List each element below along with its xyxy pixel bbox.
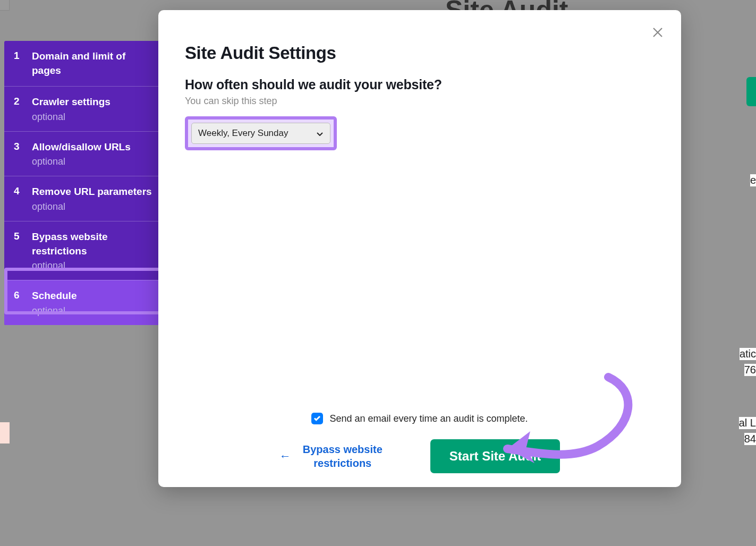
back-button[interactable]: ← Bypass website restrictions: [279, 442, 383, 470]
skip-hint: You can skip this step: [185, 96, 655, 107]
schedule-frequency-select[interactable]: Weekly, Every Sunday: [191, 123, 330, 144]
step-number: 1: [14, 49, 32, 62]
step-title: Domain and limit of pages: [32, 49, 152, 78]
step-optional-label: optional: [32, 305, 152, 317]
step-schedule[interactable]: 6 Schedule optional: [4, 280, 163, 325]
step-title: Allow/disallow URLs: [32, 140, 152, 155]
step-title: Schedule: [32, 289, 152, 303]
email-checkbox[interactable]: [311, 413, 323, 424]
check-icon: [313, 414, 321, 423]
step-title: Crawler settings: [32, 95, 152, 109]
schedule-question: How often should we audit your website?: [185, 77, 655, 92]
step-number: 5: [14, 230, 32, 242]
step-title: Remove URL parameters: [32, 185, 152, 199]
step-optional-label: optional: [32, 112, 152, 123]
step-optional-label: optional: [32, 156, 152, 167]
step-number: 6: [14, 289, 32, 301]
step-optional-label: optional: [32, 201, 152, 212]
email-checkbox-label: Send an email every time an audit is com…: [329, 413, 528, 424]
bg-text-fragment: 84: [744, 433, 756, 445]
back-button-label: Bypass website restrictions: [303, 442, 383, 470]
step-optional-label: optional: [32, 260, 152, 271]
step-title: Bypass website restrictions: [32, 230, 152, 258]
step-domain-limit[interactable]: 1 Domain and limit of pages: [4, 41, 163, 86]
step-allow-disallow[interactable]: 3 Allow/disallow URLs optional: [4, 131, 163, 176]
bg-green-button-stub: [746, 77, 756, 106]
step-number: 3: [14, 140, 32, 152]
modal-footer: Send an email every time an audit is com…: [158, 413, 681, 473]
close-button[interactable]: [648, 24, 667, 43]
modal-nav-row: ← Bypass website restrictions Start Site…: [185, 439, 655, 473]
step-number: 4: [14, 185, 32, 197]
step-remove-url-params[interactable]: 4 Remove URL parameters optional: [4, 176, 163, 221]
start-site-audit-button[interactable]: Start Site Audit: [430, 439, 560, 473]
close-icon: [652, 27, 664, 40]
bg-text-fragment: atic: [740, 348, 756, 360]
step-bypass-restrictions[interactable]: 5 Bypass website restrictions optional: [4, 221, 163, 280]
step-crawler-settings[interactable]: 2 Crawler settings optional: [4, 86, 163, 131]
bg-text-fragment: e: [750, 174, 756, 186]
bg-text-fragment: 76: [744, 364, 756, 376]
site-audit-settings-modal: Site Audit Settings How often should we …: [158, 10, 681, 487]
arrow-left-icon: ←: [279, 449, 291, 463]
modal-title: Site Audit Settings: [185, 43, 655, 63]
select-value: Weekly, Every Sunday: [198, 128, 288, 139]
annotation-highlight-select: Weekly, Every Sunday: [185, 116, 337, 150]
email-notification-row: Send an email every time an audit is com…: [185, 413, 655, 424]
wizard-steps-sidebar: 1 Domain and limit of pages 2 Crawler se…: [4, 41, 163, 325]
bg-text-fragment: al L: [739, 417, 756, 429]
bg-pink-stub: [0, 422, 10, 443]
chevron-down-icon: [316, 128, 324, 139]
step-number: 2: [14, 95, 32, 107]
